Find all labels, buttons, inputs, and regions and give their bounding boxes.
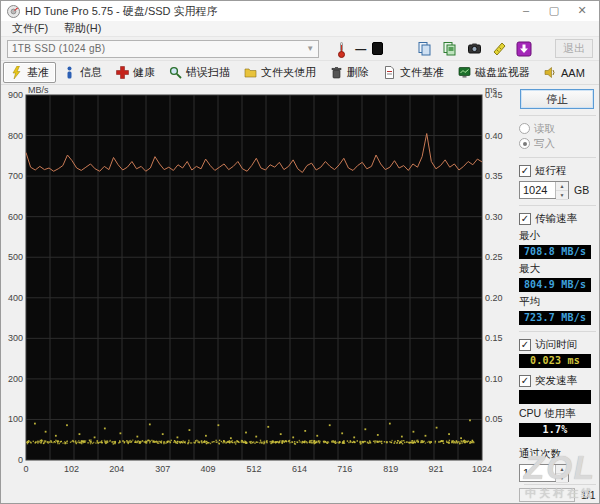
tab-random-access[interactable]: 随机访问 <box>592 62 600 83</box>
tab-erase[interactable]: 删除 <box>323 62 376 83</box>
svg-text:700: 700 <box>8 171 23 181</box>
copy-icon <box>417 41 432 56</box>
max-label: 最大 <box>519 262 596 276</box>
minimize-button[interactable]: – <box>513 2 539 20</box>
speaker-icon <box>544 66 557 79</box>
svg-text:0: 0 <box>18 455 23 465</box>
svg-text:1024: 1024 <box>472 464 492 474</box>
access-time-option[interactable]: ✓ 访问时间 <box>519 337 596 352</box>
tab-aam-label: AAM <box>561 67 585 79</box>
cpu-usage-label: CPU 使用率 <box>519 407 596 421</box>
tab-folder-usage[interactable]: 文件夹使用 <box>237 62 323 83</box>
menu-bar: 文件(F) 帮助(H) <box>1 21 599 37</box>
capacity-stepper[interactable]: 1024 ▲▼ <box>519 181 569 199</box>
svg-text:0.10: 0.10 <box>485 374 503 384</box>
pass-count-label: 通过次数 <box>519 447 596 461</box>
stepper-down-icon[interactable]: ▼ <box>556 474 568 483</box>
burst-rate-label: 突发速率 <box>535 374 577 388</box>
close-button[interactable]: ✕ <box>569 2 595 20</box>
transfer-rate-option[interactable]: ✓ 传输速率 <box>519 211 596 226</box>
min-label: 最小 <box>519 229 596 243</box>
tab-benchmark[interactable]: 基准 <box>3 62 56 83</box>
tab-error-scan-label: 错误扫描 <box>186 65 230 80</box>
menu-help[interactable]: 帮助(H) <box>57 20 108 37</box>
transfer-rate-checkbox[interactable]: ✓ <box>519 213 531 225</box>
save-button[interactable] <box>513 39 535 59</box>
svg-text:0.05: 0.05 <box>485 414 503 424</box>
stepper-up-icon[interactable]: ▲ <box>556 182 568 191</box>
file-icon <box>383 66 396 79</box>
burst-rate-checkbox[interactable]: ✓ <box>519 375 531 387</box>
capacity-value: 1024 <box>520 182 555 198</box>
svg-text:204: 204 <box>109 464 124 474</box>
info-icon <box>63 66 76 79</box>
main-area: MB/sms90080070060050040030020010000.450.… <box>1 85 599 504</box>
progress-bar <box>519 488 575 502</box>
svg-text:200: 200 <box>8 374 23 384</box>
ruler-button[interactable] <box>488 39 510 59</box>
copy-image-button[interactable] <box>438 39 460 59</box>
svg-text:0.20: 0.20 <box>485 293 503 303</box>
stepper-buttons[interactable]: ▲▼ <box>555 465 568 481</box>
tab-benchmark-label: 基准 <box>27 65 49 80</box>
chevron-down-icon: ▼ <box>306 44 314 53</box>
transfer-rate-label: 传输速率 <box>535 212 577 226</box>
screenshot-button[interactable] <box>463 39 485 59</box>
avg-label: 平均 <box>519 295 596 309</box>
tab-info-label: 信息 <box>80 65 102 80</box>
menu-file[interactable]: 文件(F) <box>5 20 55 37</box>
stop-button[interactable]: 停止 <box>520 89 594 109</box>
divider <box>519 331 596 332</box>
svg-text:102: 102 <box>64 464 79 474</box>
svg-text:0.15: 0.15 <box>485 333 503 343</box>
stepper-down-icon[interactable]: ▼ <box>556 191 568 200</box>
svg-text:100: 100 <box>8 414 23 424</box>
stepper-up-icon[interactable]: ▲ <box>556 465 568 474</box>
drive-select[interactable]: 1TB SSD (1024 gB) ▼ <box>7 40 319 58</box>
exit-button[interactable]: 退出 <box>555 39 593 58</box>
read-mode-option[interactable]: 读取 <box>519 121 596 136</box>
pass-count-stepper[interactable]: 1 ▲▼ <box>519 464 569 482</box>
maximize-button[interactable]: ▢ <box>541 2 567 20</box>
copy-button[interactable] <box>413 39 435 59</box>
write-mode-option[interactable]: 写入 <box>519 136 596 151</box>
magnifier-icon <box>169 66 182 79</box>
svg-text:0.35: 0.35 <box>485 171 503 181</box>
trash-icon <box>330 66 343 79</box>
svg-text:400: 400 <box>8 293 23 303</box>
read-radio-label: 读取 <box>534 122 555 136</box>
burst-rate-value <box>519 390 591 404</box>
tab-folder-usage-label: 文件夹使用 <box>261 65 316 80</box>
bolt-icon <box>10 66 23 79</box>
window-title: HD Tune Pro 5.75 - 硬盘/SSD 实用程序 <box>25 4 513 19</box>
temperature-display <box>372 42 383 55</box>
tab-disk-monitor[interactable]: 磁盘监视器 <box>451 62 537 83</box>
hd-tune-window: HD Tune Pro 5.75 - 硬盘/SSD 实用程序 – ▢ ✕ 文件(… <box>0 0 600 504</box>
tab-bar: 基准 信息 健康 错误扫描 文件夹使用 <box>1 61 599 85</box>
access-time-checkbox[interactable]: ✓ <box>519 339 531 351</box>
short-stroke-label: 短行程 <box>535 164 567 178</box>
tab-file-benchmark[interactable]: 文件基准 <box>376 62 451 83</box>
tab-health[interactable]: 健康 <box>109 62 162 83</box>
tab-aam[interactable]: AAM <box>537 62 592 83</box>
svg-text:614: 614 <box>292 464 307 474</box>
tab-file-benchmark-label: 文件基准 <box>400 65 444 80</box>
divider <box>519 205 596 206</box>
ruler-icon <box>492 41 507 56</box>
short-stroke-option[interactable]: ✓ 短行程 <box>519 163 596 178</box>
svg-text:409: 409 <box>201 464 216 474</box>
write-radio[interactable] <box>519 138 530 149</box>
tab-info[interactable]: 信息 <box>56 62 109 83</box>
main-toolbar: 1TB SSD (1024 gB) ▼ — <box>1 37 599 61</box>
access-time-value: 0.023 ms <box>519 354 591 368</box>
svg-text:600: 600 <box>8 212 23 222</box>
svg-text:819: 819 <box>383 464 398 474</box>
min-value: 708.8 MB/s <box>519 245 591 259</box>
svg-text:900: 900 <box>8 90 23 100</box>
burst-rate-option[interactable]: ✓ 突发速率 <box>519 373 596 388</box>
short-stroke-checkbox[interactable]: ✓ <box>519 165 531 177</box>
stepper-buttons[interactable]: ▲▼ <box>555 182 568 198</box>
thermometer-icon <box>333 40 349 58</box>
read-radio[interactable] <box>519 123 530 134</box>
tab-error-scan[interactable]: 错误扫描 <box>162 62 237 83</box>
